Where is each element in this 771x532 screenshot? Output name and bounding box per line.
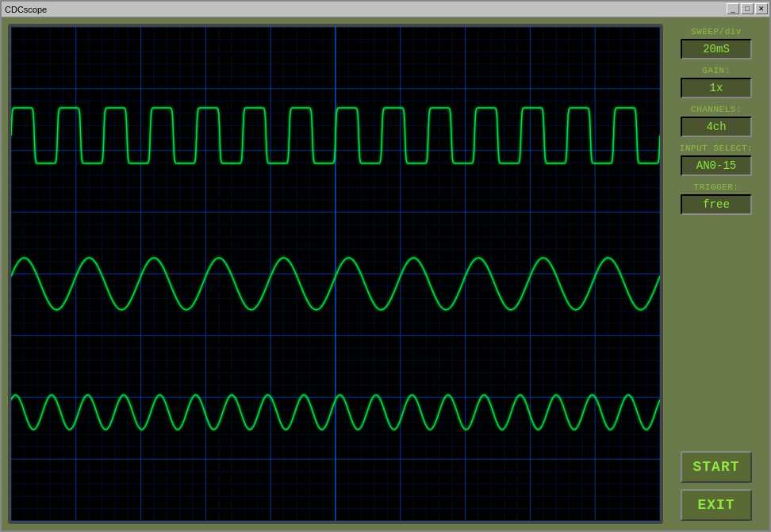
spacer: [669, 221, 763, 445]
channels-control: CHANNELS: 4ch: [669, 105, 763, 137]
gain-label: GAIN:: [669, 66, 763, 75]
gain-control: GAIN: 1x: [669, 66, 763, 98]
scope-screen: [8, 24, 663, 524]
window-title: CDCscope: [5, 5, 47, 14]
window-controls: _ □ ✕: [727, 3, 768, 14]
control-panel: SWEEP/div 20mS GAIN: 1x CHANNELS: 4ch IN…: [669, 24, 763, 524]
start-control: START: [669, 451, 763, 483]
sweep-control: SWEEP/div 20mS: [669, 27, 763, 59]
sweep-value[interactable]: 20mS: [681, 39, 752, 59]
trigger-label: TRIGGER:: [669, 182, 763, 192]
sweep-label: SWEEP/div: [669, 27, 763, 36]
channels-value[interactable]: 4ch: [681, 117, 752, 137]
gain-value[interactable]: 1x: [681, 78, 752, 98]
channels-label: CHANNELS:: [669, 105, 763, 114]
trigger-control: TRIGGER: free: [669, 182, 763, 215]
main-window: CDCscope _ □ ✕ SWEEP/div 20mS GAIN: 1x C…: [0, 0, 771, 532]
input-control: INPUT SELECT: AN0-15: [669, 144, 763, 176]
close-button[interactable]: ✕: [755, 3, 768, 14]
exit-button[interactable]: EXIT: [681, 489, 752, 521]
main-content: SWEEP/div 20mS GAIN: 1x CHANNELS: 4ch IN…: [2, 17, 769, 530]
input-label: INPUT SELECT:: [669, 144, 763, 153]
start-button[interactable]: START: [681, 451, 752, 483]
exit-control: EXIT: [669, 489, 763, 521]
minimize-button[interactable]: _: [727, 3, 739, 14]
title-bar: CDCscope _ □ ✕: [2, 2, 769, 17]
trigger-value[interactable]: free: [681, 194, 752, 215]
maximize-button[interactable]: □: [741, 3, 754, 14]
input-value[interactable]: AN0-15: [681, 155, 752, 176]
scope-canvas: [11, 27, 660, 521]
